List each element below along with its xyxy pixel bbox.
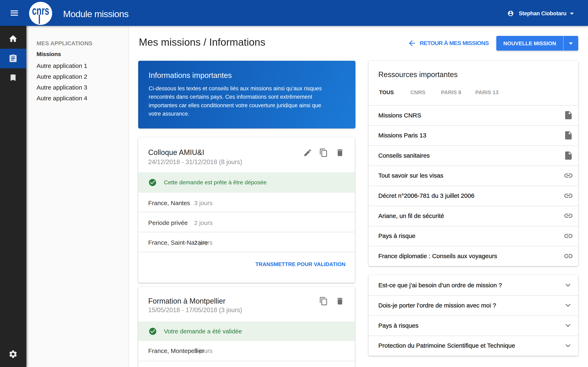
svg-text:cnrs: cnrs: [32, 4, 49, 17]
